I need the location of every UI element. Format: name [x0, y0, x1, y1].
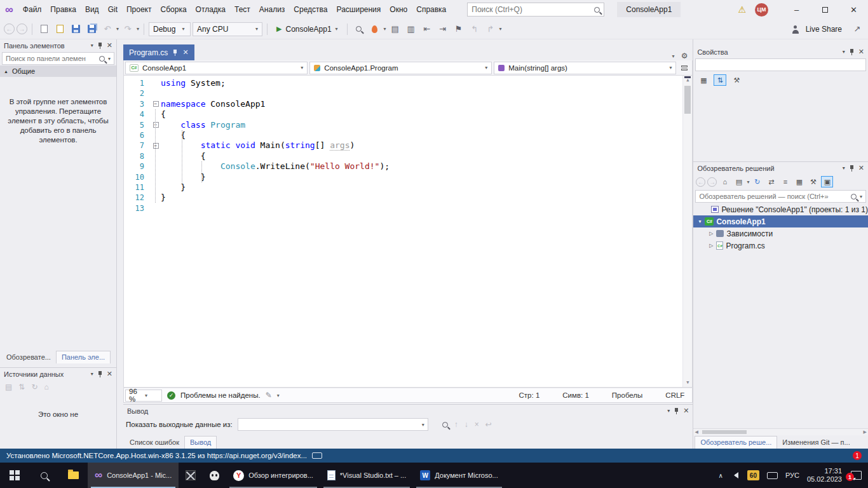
fold-toggle-icon[interactable]: −: [153, 101, 159, 107]
pin-icon[interactable]: [850, 165, 854, 172]
indent-increase-icon[interactable]: ⇥: [436, 22, 450, 36]
refresh-icon[interactable]: ↻: [751, 176, 763, 187]
minimize-button[interactable]: –: [782, 0, 811, 19]
comment-selection-icon[interactable]: ▥: [404, 22, 418, 36]
menu-item[interactable]: Тест: [230, 3, 255, 17]
pin-icon[interactable]: [98, 371, 102, 377]
menu-item[interactable]: Правка: [46, 3, 81, 17]
alphabetical-sort-icon[interactable]: ⇅: [714, 74, 726, 86]
notification-badge[interactable]: 1: [853, 451, 862, 460]
taskbar-app-word[interactable]: Документ Microso...: [413, 463, 505, 488]
code-line[interactable]: 5− class Program: [124, 120, 692, 130]
show-all-members-icon[interactable]: ▤: [388, 22, 402, 36]
scrollbar-thumb[interactable]: [702, 430, 747, 434]
output-header[interactable]: Вывод ▾ ✕: [123, 405, 693, 417]
share-icon[interactable]: ↗: [850, 22, 864, 36]
close-icon[interactable]: ✕: [107, 370, 112, 378]
indent-decrease-icon[interactable]: ⇤: [420, 22, 434, 36]
tree-item-dependencies[interactable]: ▷Зависимости: [693, 227, 868, 240]
menu-item[interactable]: Окно: [385, 3, 412, 17]
touch-keyboard-icon[interactable]: [767, 472, 778, 479]
menu-item[interactable]: Средства: [289, 3, 332, 17]
fold-toggle-icon[interactable]: −: [153, 143, 159, 149]
fold-toggle-icon[interactable]: −: [153, 122, 159, 128]
toolbox-search-box[interactable]: ▾: [2, 52, 114, 65]
spaces-indicator[interactable]: Пробелы: [612, 391, 643, 399]
health-label[interactable]: Проблемы не найдены.: [180, 391, 261, 399]
close-icon[interactable]: ✕: [858, 164, 864, 172]
tree-item-project[interactable]: ▾ConsoleApp1: [693, 215, 868, 227]
volume-icon[interactable]: [731, 471, 740, 479]
window-position-icon[interactable]: ▾: [843, 165, 845, 171]
hot-reload-icon[interactable]: [368, 22, 382, 36]
code-line[interactable]: 2: [124, 88, 692, 98]
start-debugging-button[interactable]: ▶ ConsoleApp1 ▾: [272, 22, 342, 37]
expander-icon[interactable]: ▷: [707, 231, 715, 236]
pin-icon[interactable]: [98, 43, 102, 49]
explorer-back-icon[interactable]: ←: [696, 177, 705, 187]
menu-item[interactable]: Сборка: [156, 3, 191, 17]
code-editor[interactable]: 1using System;23−namespace ConsoleApp14{…: [123, 76, 693, 388]
expander-icon[interactable]: ▾: [696, 219, 703, 224]
close-icon[interactable]: ✕: [683, 407, 689, 415]
properties-wrench-icon[interactable]: ⚒: [807, 176, 819, 187]
code-line[interactable]: 7− static void Main(string[] args): [124, 140, 692, 151]
editor-vertical-scrollbar[interactable]: ▲ ▼: [682, 76, 692, 387]
edit-data-source-icon[interactable]: ⇅: [18, 383, 25, 391]
go-to-previous-message-icon[interactable]: ↑: [454, 420, 458, 429]
taskbar-app-browser[interactable]: Обзор интегриров...: [226, 463, 320, 488]
explorer-forward-icon[interactable]: →: [707, 177, 717, 187]
redo-chevron-icon[interactable]: ▾: [137, 26, 139, 32]
clear-all-icon[interactable]: ×: [475, 420, 479, 429]
undo-chevron-icon[interactable]: ▾: [116, 26, 119, 32]
open-file-icon[interactable]: [53, 22, 67, 36]
pin-icon[interactable]: [850, 49, 854, 55]
notification-warning-icon[interactable]: ⚠: [738, 4, 746, 15]
bookmark-icon[interactable]: ⚑: [452, 22, 466, 36]
menu-item[interactable]: Анализ: [255, 3, 290, 17]
tree-item-program-cs[interactable]: ▷Program.cs: [693, 240, 868, 252]
properties-object-dropdown[interactable]: [695, 58, 866, 71]
member-dropdown[interactable]: Main(string[] args) ▾: [494, 62, 676, 74]
taskbar-app-notepad[interactable]: *Visual Studio.txt – ...: [320, 463, 413, 488]
right-dock-tab[interactable]: Изменения Git — п...: [777, 437, 855, 449]
split-editor-icon[interactable]: [678, 62, 691, 74]
solution-search-input[interactable]: [699, 193, 848, 200]
configure-data-source-icon[interactable]: ⌂: [44, 383, 48, 391]
find-in-files-icon[interactable]: [352, 22, 366, 36]
output-tab[interactable]: Вывод: [184, 436, 217, 449]
collapse-all-icon[interactable]: ≡: [779, 176, 791, 187]
taskbar-app-vs[interactable]: ConsoleApp1 - Mic...: [88, 463, 179, 488]
left-dock-tab[interactable]: Панель эле...: [56, 351, 111, 363]
show-all-files-icon[interactable]: ▦: [793, 176, 805, 187]
taskbar-app-skull[interactable]: [203, 463, 226, 488]
taskbar-search-button[interactable]: [29, 463, 58, 488]
toolbar-overflow-icon[interactable]: ▾: [499, 26, 502, 32]
taskbar-clock[interactable]: 17:31 05.02.2023: [807, 467, 842, 484]
code-cleanup-chevron-icon[interactable]: ▾: [277, 393, 280, 398]
undo-icon[interactable]: ↶: [100, 22, 114, 36]
expander-icon[interactable]: ▷: [707, 243, 715, 248]
action-center-icon[interactable]: 1: [851, 471, 862, 480]
save-all-icon[interactable]: [85, 22, 98, 36]
scroll-down-icon[interactable]: ▼: [683, 378, 692, 387]
code-line[interactable]: 11 }: [124, 182, 692, 193]
property-pages-icon[interactable]: ⚒: [730, 74, 743, 86]
document-tab-program-cs[interactable]: Program.cs ✕: [123, 44, 194, 60]
output-tab[interactable]: Список ошибок: [125, 437, 184, 449]
window-position-icon[interactable]: ▾: [91, 43, 93, 48]
scroll-right-icon[interactable]: ▶: [864, 430, 867, 435]
sync-with-active-document-icon[interactable]: ⇄: [765, 176, 777, 187]
type-dropdown[interactable]: ConsoleApp1.Program ▾: [309, 62, 492, 74]
code-line[interactable]: 10 }: [124, 172, 692, 182]
tree-item-solution[interactable]: Решение "ConsoleApp1" (проекты: 1 из 1): [693, 203, 868, 215]
window-position-icon[interactable]: ▾: [843, 49, 845, 55]
solution-platforms-dropdown[interactable]: Any CPU ▾: [193, 22, 262, 36]
user-avatar[interactable]: ЦМ: [755, 3, 768, 17]
menu-item[interactable]: Справка: [412, 3, 451, 17]
file-explorer-button[interactable]: [58, 463, 88, 488]
chevron-down-icon[interactable]: ▾: [108, 56, 111, 62]
word-wrap-icon[interactable]: ↩: [485, 420, 492, 429]
chevron-down-icon[interactable]: ▾: [747, 179, 749, 185]
menu-item[interactable]: Git: [104, 3, 122, 17]
